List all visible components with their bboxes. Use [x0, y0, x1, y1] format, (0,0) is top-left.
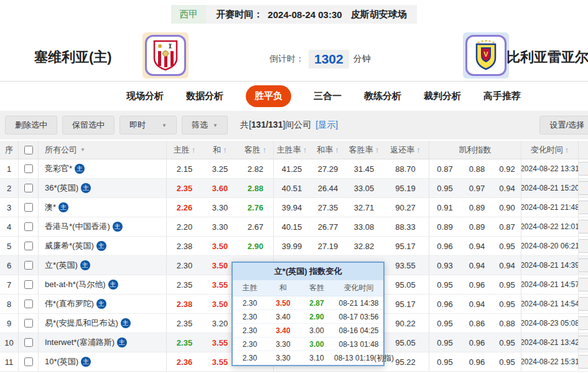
row-select[interactable]	[19, 198, 39, 217]
home-odds[interactable]: 2.38	[167, 237, 202, 255]
row-checkbox[interactable]	[24, 357, 33, 366]
tab-2-active[interactable]: 胜平负	[246, 85, 291, 107]
header-home-rate[interactable]: 主胜率↑	[274, 141, 310, 159]
header-draw-odds[interactable]: 和↑	[202, 141, 238, 159]
row-action-button-cutoff[interactable]	[579, 220, 588, 234]
row-checkbox[interactable]	[24, 280, 33, 289]
row-select[interactable]	[19, 159, 39, 178]
row-action-button-cutoff[interactable]	[579, 162, 588, 176]
home-odds[interactable]: 2.20	[167, 217, 202, 236]
home-odds[interactable]: 2.35	[167, 179, 202, 197]
row-checkbox[interactable]	[24, 203, 33, 212]
tab-0[interactable]: 现场分析	[126, 90, 164, 102]
keep-selected-button[interactable]: 保留选中	[62, 116, 114, 135]
row-checkbox[interactable]	[24, 261, 33, 270]
row-checkbox[interactable]	[24, 164, 33, 173]
draw-odds[interactable]: 3.50	[202, 237, 238, 255]
company-cell[interactable]: 伟*(直布罗陀) 主	[39, 295, 167, 313]
company-cell[interactable]: bet-at-h*(马尔他) 主	[39, 275, 167, 294]
draw-odds[interactable]: 3.30	[202, 217, 238, 236]
away-odds[interactable]: 2.76	[238, 198, 274, 217]
tab-5[interactable]: 裁判分析	[424, 90, 461, 102]
header-select-all[interactable]	[19, 141, 39, 159]
home-odds[interactable]: 2.15	[167, 159, 202, 178]
header-draw-rate[interactable]: 和率↑	[310, 141, 346, 159]
row-edge	[579, 179, 588, 197]
row-action-button-cutoff[interactable]	[579, 278, 588, 291]
company-cell[interactable]: 36*(英国) 主	[39, 179, 167, 197]
instant-dropdown[interactable]: 即时 ▼	[119, 116, 177, 135]
row-action-button-cutoff[interactable]	[579, 258, 588, 272]
company-cell[interactable]: 10*(英国) 主	[39, 352, 167, 371]
company-cell[interactable]: 竞彩官* 主	[39, 159, 167, 178]
home-odds[interactable]: 2.38	[167, 295, 202, 313]
row-select[interactable]	[19, 256, 39, 275]
row-action-button-cutoff[interactable]	[579, 355, 588, 369]
row-select[interactable]	[19, 352, 39, 371]
header-return-rate[interactable]: 返还率↑	[382, 141, 429, 159]
kelly-draw: 0.89	[460, 217, 493, 236]
header-away-odds[interactable]: 客胜↑	[238, 141, 274, 159]
popup-row: 2.30 3.40 3.00 08-16 04:25	[233, 324, 383, 338]
tab-1[interactable]: 数据分析	[186, 90, 223, 102]
row-action-button-cutoff[interactable]	[579, 181, 588, 195]
company-cell[interactable]: 威廉希*(英国) 主	[39, 237, 167, 255]
draw-odds[interactable]: 3.60	[202, 179, 238, 197]
row-checkbox[interactable]	[24, 300, 33, 308]
row-select[interactable]	[19, 295, 39, 313]
home-odds[interactable]: 2.35	[167, 275, 202, 294]
header-company[interactable]: 所有公司 ▼	[39, 141, 167, 159]
row-select[interactable]	[19, 314, 39, 333]
row-checkbox[interactable]	[24, 222, 33, 231]
show-link[interactable]: [显示]	[315, 120, 338, 131]
row-select[interactable]	[19, 275, 39, 294]
row-select[interactable]	[19, 217, 39, 236]
away-odds[interactable]: 2.82	[238, 159, 274, 178]
row-checkbox[interactable]	[24, 242, 33, 250]
tab-6[interactable]: 高手推荐	[483, 90, 521, 102]
popup-away-odds: 2.87	[299, 299, 334, 308]
sort-up-icon: ↑	[416, 145, 421, 154]
row-select[interactable]	[19, 237, 39, 255]
row-select[interactable]	[19, 333, 39, 352]
tab-4[interactable]: 教练分析	[364, 90, 401, 102]
select-all-checkbox[interactable]	[24, 146, 33, 154]
row-select[interactable]	[19, 179, 39, 197]
row-action-button-cutoff[interactable]	[579, 316, 588, 330]
tab-3[interactable]: 三合一	[314, 90, 342, 102]
home-team-crest-icon	[142, 32, 189, 78]
popup-change-time: 08-21 14:38	[334, 299, 383, 308]
home-odds[interactable]: 2.35	[167, 314, 202, 333]
away-odds[interactable]: 2.67	[238, 217, 274, 236]
company-cell[interactable]: 澳* 主	[39, 198, 167, 217]
row-action-button-cutoff[interactable]	[579, 239, 588, 253]
host-badge-icon: 主	[113, 222, 123, 232]
draw-odds[interactable]: 3.25	[202, 159, 238, 178]
row-action-button-cutoff[interactable]	[579, 201, 588, 214]
filter-dropdown[interactable]: 筛选 ▼	[182, 116, 228, 135]
away-odds[interactable]: 2.90	[238, 237, 274, 255]
company-cell[interactable]: 立*(英国) 主	[39, 256, 167, 275]
company-cell[interactable]: Interwet*(塞浦路斯) 主	[39, 333, 167, 352]
league-badge[interactable]: 西甲	[171, 5, 206, 24]
kelly-away: 0.87	[493, 217, 521, 236]
header-change-time[interactable]: 变化时间↑	[521, 141, 579, 159]
home-odds[interactable]: 2.35	[167, 333, 202, 352]
header-home-odds[interactable]: 主胜↑	[167, 141, 202, 159]
away-odds[interactable]: 2.88	[238, 179, 274, 197]
row-action-button-cutoff[interactable]	[579, 336, 588, 349]
draw-odds[interactable]: 3.30	[202, 198, 238, 217]
company-cell[interactable]: 易*(安提瓜和巴布达) 主	[39, 314, 167, 333]
row-checkbox[interactable]	[24, 338, 33, 347]
home-odds[interactable]: 2.30	[167, 256, 202, 275]
row-checkbox[interactable]	[24, 319, 33, 328]
row-checkbox[interactable]	[24, 184, 33, 192]
header-seq[interactable]: 序	[0, 141, 19, 159]
header-away-rate[interactable]: 客胜率↑	[346, 141, 382, 159]
row-action-button-cutoff[interactable]	[579, 297, 588, 311]
home-odds[interactable]: 2.26	[167, 198, 202, 217]
home-odds[interactable]: 2.36	[167, 352, 202, 371]
delete-selected-button[interactable]: 删除选中	[5, 116, 57, 135]
settings-select-button[interactable]: 设置/选择	[539, 116, 588, 135]
company-cell[interactable]: 香港马*(中国香港) 主	[39, 217, 167, 236]
